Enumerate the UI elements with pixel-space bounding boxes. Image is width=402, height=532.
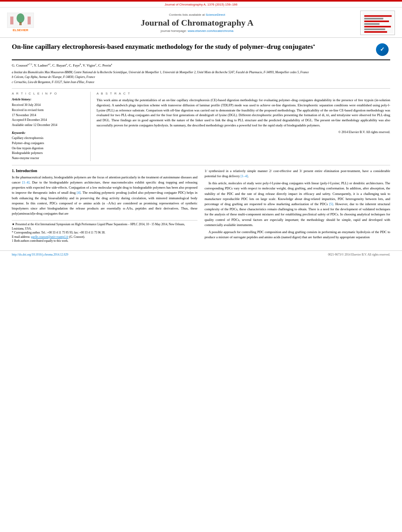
svg-rect-9 [364, 20, 389, 22]
keywords-title: Keywords: [12, 131, 86, 135]
intro-col-left: 1. Introduction In the pharmaceutical in… [12, 169, 197, 243]
footnote-email: E-mail address: gaelle.coussot@univ-roan… [12, 235, 197, 239]
journal-title-large: Journal of Chromatography A [42, 18, 352, 28]
email-link[interactable]: gaelle.coussot@univ-roantp1.fr [31, 235, 69, 239]
journal-homepage: journal homepage: www.elsevier.com/locat… [42, 29, 352, 33]
intro-col-right: 1/ synthesized in a relatively simple ma… [205, 169, 390, 243]
journal-header: ELSEVIER Contents lists available at Sci… [0, 7, 402, 38]
svg-rect-10 [364, 23, 380, 25]
abstract-copyright: © 2014 Elsevier B.V. All rights reserved… [97, 130, 390, 134]
affiliations: a Institut des Biomolécules Max Moussero… [12, 70, 390, 89]
received-revised-label: Received in revised form [12, 108, 86, 113]
affiliation-b: b Colcom, Cap Alpha, Avenue de l'Europe,… [12, 75, 390, 80]
journal-thumbnail [360, 11, 395, 35]
intro-para-right-3: A possible approach for controlling PDC … [205, 230, 390, 240]
footnote-area: ★ Presented at the 41st International Sy… [12, 220, 197, 243]
intro-body-left: In the pharmaceutical industry, biodegra… [12, 175, 197, 216]
intro-para-right-1: 1/ synthesized in a relatively simple ma… [205, 169, 390, 179]
intro-title: Introduction [16, 169, 37, 173]
svg-rect-8 [364, 18, 383, 19]
citation-text: Journal of Chromatography A, 1376 (2015)… [164, 3, 237, 6]
svg-rect-12 [364, 28, 385, 30]
svg-point-1 [17, 13, 24, 23]
title-star: ★ [313, 44, 315, 46]
intro-heading: 1. Introduction [12, 169, 197, 173]
footnote-equal: 1 Both authors contributed equally to th… [12, 239, 197, 243]
svg-rect-2 [19, 22, 22, 25]
homepage-link[interactable]: www.elsevier.com/locate/chroma [188, 29, 233, 33]
footnote-star: ★ Presented at the 41st International Sy… [12, 222, 197, 231]
keywords-list: Capillary electrophoresis Polymer–drug c… [12, 136, 86, 161]
affiliation-c: c Cernachio, Lieu-dit Berganton, F-33127… [12, 80, 390, 85]
introduction-section: 1. Introduction In the pharmaceutical in… [12, 169, 390, 243]
abstract-column: A B S T R A C T This work aims at studyi… [97, 92, 390, 161]
elsevier-logo: ELSEVIER [7, 13, 34, 33]
issn-text: 0021-9673/© 2014 Elsevier B.V. All right… [328, 253, 390, 256]
keyword-1: Capillary electrophoresis [12, 136, 86, 141]
sciencedirect-anchor[interactable]: ScienceDirect [206, 13, 225, 17]
article-history-title: Article history: [12, 98, 86, 101]
bottom-bar: http://dx.doi.org/10.1016/j.chroma.2014.… [0, 250, 402, 258]
received-date: Received 30 July 2014 [12, 103, 86, 108]
keyword-5: Nano-enzyme reactor [12, 156, 86, 161]
citation-bar: Journal of Chromatography A, 1376 (2015)… [0, 2, 402, 7]
ref-5-link[interactable]: [5] [329, 202, 333, 206]
received-revised-date: 17 November 2014 [12, 113, 86, 118]
sciencedirect-link: Contents lists available at ScienceDirec… [42, 13, 352, 17]
svg-text:ELSEVIER: ELSEVIER [13, 28, 28, 32]
affiliation-a: a Institut des Biomolécules Max Moussero… [12, 70, 390, 75]
thumbnail-chart [362, 12, 394, 33]
svg-rect-4 [28, 17, 31, 24]
article-content: On-line capillary electrophoresis-based … [0, 38, 402, 247]
keyword-4: Biodegradable polymers [12, 151, 86, 156]
sciencedirect-prefix: Contents lists available at [169, 13, 206, 17]
keyword-2: Polymer–drug conjugates [12, 141, 86, 146]
info-abstract-columns: A R T I C L E I N F O Article history: R… [12, 92, 390, 161]
footnote-corresponding: * Corresponding author. Tel.: +00 33 4 1… [12, 231, 197, 235]
abstract-title: A B S T R A C T [97, 92, 390, 95]
abstract-text: This work aims at studying the potential… [97, 98, 390, 128]
article-info-title: A R T I C L E I N F O [12, 92, 86, 95]
article-info-column: A R T I C L E I N F O Article history: R… [12, 92, 91, 161]
intro-number: 1. [12, 169, 15, 173]
svg-rect-13 [364, 31, 387, 33]
article-history-items: Received 30 July 2014 Received in revise… [12, 103, 86, 128]
journal-header-center: Contents lists available at ScienceDirec… [34, 13, 360, 33]
intro-body-right: 1/ synthesized in a relatively simple ma… [205, 169, 390, 240]
section-divider [12, 165, 390, 165]
page: Journal of Chromatography A, 1376 (2015)… [0, 0, 402, 532]
homepage-prefix: journal homepage: [161, 29, 188, 33]
crossmark-circle: ✓ [376, 43, 389, 56]
keyword-3: On-line trypsin digestion [12, 146, 86, 151]
article-title-section: On-line capillary electrophoresis-based … [12, 43, 390, 60]
elsevier-logo-svg: ELSEVIER [7, 13, 34, 33]
ref-1-4b-link[interactable]: [1–4] [241, 174, 248, 178]
svg-rect-11 [364, 26, 391, 28]
available-date: Available online 12 December 2014 [12, 123, 86, 128]
accepted-date: Accepted 8 December 2014 [12, 118, 86, 123]
title-text: On-line capillary electrophoresis-based … [12, 43, 313, 50]
svg-rect-7 [364, 15, 391, 17]
svg-rect-3 [10, 17, 13, 24]
keywords-section: Keywords: Capillary electrophoresis Poly… [12, 131, 86, 161]
ref-1-4-link[interactable]: [1–4] [22, 180, 30, 184]
doi-link[interactable]: http://dx.doi.org/10.1016/j.chroma.2014.… [12, 253, 68, 256]
crossmark-logo: ✓ [374, 43, 390, 56]
article-title: On-line capillary electrophoresis-based … [12, 43, 374, 51]
intro-para-right-2: In this article, molecules of study were… [205, 181, 390, 228]
ref-4-link[interactable]: [4] [77, 191, 81, 195]
authors-line: G. Coussota,*,1, Y. Ladnera,1, C. Bayart… [12, 63, 390, 69]
intro-para-1: In the pharmaceutical industry, biodegra… [12, 175, 197, 216]
